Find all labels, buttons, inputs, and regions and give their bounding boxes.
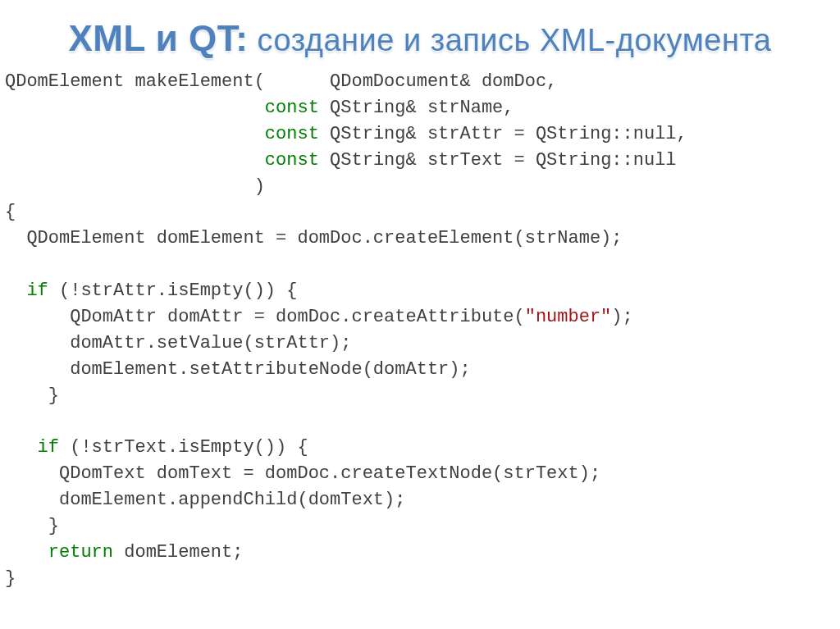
code-block: QDomElement makeElement( QDomDocument& d… [0, 66, 840, 592]
code-indent [5, 124, 265, 144]
keyword-if: if [38, 437, 59, 458]
keyword-if: if [26, 280, 48, 301]
code-text: domElement; [113, 542, 243, 563]
code-indent [5, 150, 265, 171]
title-main: XML и QT: [68, 18, 248, 58]
code-text: QString& strText = QString::null [319, 150, 677, 171]
code-line: { [5, 202, 16, 222]
code-text: ); [611, 307, 632, 327]
code-line: ) [5, 176, 265, 197]
code-line: domElement.appendChild(domText); [5, 490, 405, 510]
code-line: } [5, 568, 16, 589]
string-literal: "number" [525, 307, 612, 327]
code-text: (!strAttr.isEmpty()) { [48, 280, 298, 301]
slide-title: XML и QT: создание и запись XML-документ… [0, 0, 840, 66]
code-line: QDomText domText = domDoc.createTextNode… [5, 463, 600, 484]
code-line: domElement.setAttributeNode(domAttr); [5, 359, 471, 380]
slide: XML и QT: создание и запись XML-документ… [0, 0, 840, 629]
code-indent [5, 98, 265, 118]
keyword-return: return [48, 542, 113, 563]
title-sub: создание и запись XML-документа [248, 23, 771, 57]
code-indent [5, 542, 48, 563]
keyword-const: const [265, 124, 319, 144]
code-text: QString& strAttr = QString::null, [319, 124, 687, 144]
code-line: QDomElement makeElement( QDomDocument& d… [5, 71, 557, 92]
code-text: QDomAttr domAttr = domDoc.createAttribut… [5, 307, 525, 327]
code-text: QString& strName, [319, 98, 514, 118]
code-line: } [5, 516, 59, 536]
code-indent [5, 280, 26, 301]
code-line: domAttr.setValue(strAttr); [5, 333, 351, 353]
code-text: (!strText.isEmpty()) { [59, 437, 308, 458]
keyword-const: const [265, 150, 319, 171]
code-line: } [5, 385, 59, 406]
code-line: QDomElement domElement = domDoc.createEl… [5, 228, 623, 248]
code-indent [5, 437, 38, 458]
keyword-const: const [265, 98, 319, 118]
